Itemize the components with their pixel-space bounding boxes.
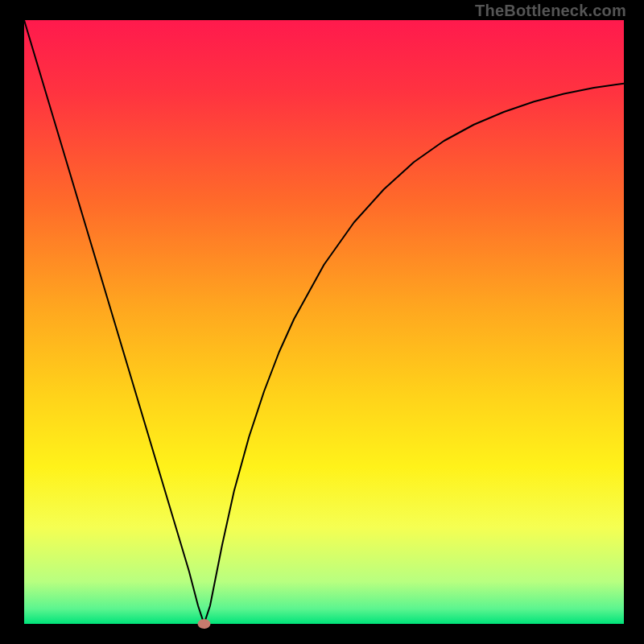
bottleneck-chart xyxy=(0,0,644,644)
chart-frame: TheBottleneck.com xyxy=(0,0,644,644)
watermark-text: TheBottleneck.com xyxy=(475,2,626,20)
optimal-point-marker xyxy=(198,619,211,629)
